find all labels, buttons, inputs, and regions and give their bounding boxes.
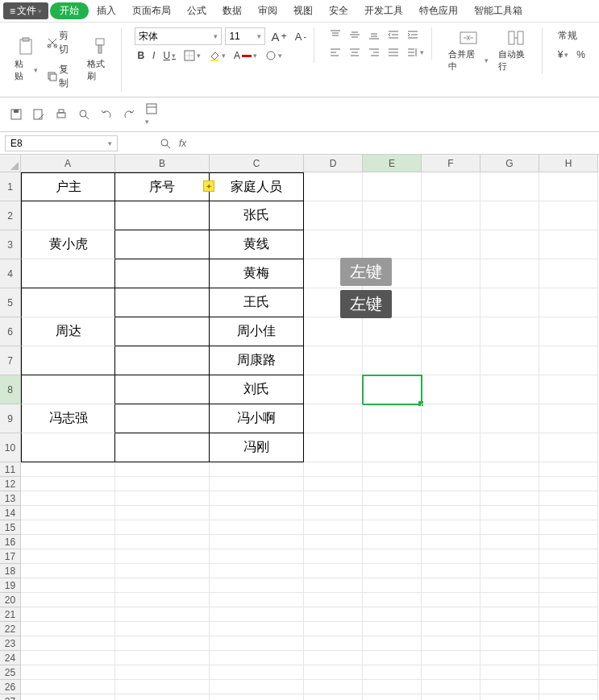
row-header-8[interactable]: 8 xyxy=(0,375,21,404)
cell-A19[interactable] xyxy=(21,578,115,593)
cell-E24[interactable] xyxy=(363,651,422,665)
cell-G8[interactable] xyxy=(480,375,539,404)
justify-button[interactable] xyxy=(385,45,401,60)
row-header-5[interactable]: 5 xyxy=(0,288,21,317)
cell-C13[interactable] xyxy=(210,491,304,506)
cell-D15[interactable] xyxy=(304,520,363,535)
cell-G18[interactable] xyxy=(480,564,539,578)
decrease-font-button[interactable]: A- xyxy=(293,29,309,44)
cell-H4[interactable] xyxy=(539,259,598,288)
cell-D20[interactable] xyxy=(304,593,363,607)
cell-A21[interactable] xyxy=(21,607,115,622)
row-header-14[interactable]: 14 xyxy=(0,506,21,520)
cell-A6[interactable]: 周达 xyxy=(21,317,115,346)
row-header-10[interactable]: 10 xyxy=(0,433,21,462)
cell-E8[interactable] xyxy=(363,375,422,404)
cell-E17[interactable] xyxy=(363,549,422,564)
cell-G2[interactable] xyxy=(480,201,539,230)
cell-F25[interactable] xyxy=(422,665,480,680)
cell-F14[interactable] xyxy=(422,506,480,520)
cell-C10[interactable]: 冯刚 xyxy=(210,433,304,462)
cell-A5[interactable] xyxy=(21,288,115,317)
cell-B27[interactable] xyxy=(115,694,210,700)
cell-E7[interactable] xyxy=(363,346,422,375)
cell-B13[interactable] xyxy=(115,491,210,506)
cell-E25[interactable] xyxy=(363,665,422,680)
file-menu[interactable]: ≡ 文件 ▾ xyxy=(3,2,48,19)
cell-G13[interactable] xyxy=(480,491,539,506)
cell-C3[interactable]: 黄线 xyxy=(210,230,304,259)
cell-F15[interactable] xyxy=(422,520,480,535)
cell-B2[interactable] xyxy=(115,201,210,230)
percent-button[interactable]: % xyxy=(574,48,588,62)
row-header-4[interactable]: 4 xyxy=(0,259,21,288)
cell-B15[interactable] xyxy=(115,520,210,535)
cell-A8[interactable] xyxy=(21,375,115,404)
tab-10[interactable]: 智能工具箱 xyxy=(466,2,530,19)
cell-E1[interactable] xyxy=(363,172,422,201)
underline-button[interactable]: U▾ xyxy=(160,48,178,63)
cell-D6[interactable] xyxy=(304,317,363,346)
cell-B20[interactable] xyxy=(115,593,210,607)
save-button[interactable] xyxy=(10,108,23,121)
cell-C12[interactable] xyxy=(210,477,304,491)
cell-D18[interactable] xyxy=(304,564,363,578)
cell-A25[interactable] xyxy=(21,665,115,680)
cell-G7[interactable] xyxy=(480,346,539,375)
col-header-H[interactable]: H xyxy=(539,155,598,172)
paste-button[interactable]: 粘贴▾ xyxy=(11,35,41,84)
cell-B24[interactable] xyxy=(115,651,210,665)
cell-H20[interactable] xyxy=(539,593,598,607)
row-header-15[interactable]: 15 xyxy=(0,520,21,535)
cell-B21[interactable] xyxy=(115,607,210,622)
col-header-A[interactable]: A xyxy=(21,155,115,172)
row-header-7[interactable]: 7 xyxy=(0,346,21,375)
cell-B5[interactable] xyxy=(115,288,210,317)
cell-A22[interactable] xyxy=(21,622,115,636)
cell-D14[interactable] xyxy=(304,506,363,520)
cell-C2[interactable]: 张氏 xyxy=(210,201,304,230)
tab-1[interactable]: 插入 xyxy=(89,2,124,19)
row-header-27[interactable]: 27 xyxy=(0,694,21,700)
cell-H18[interactable] xyxy=(539,564,598,578)
cell-C20[interactable] xyxy=(210,593,304,607)
cell-F7[interactable] xyxy=(422,346,480,375)
row-header-17[interactable]: 17 xyxy=(0,549,21,564)
cell-D23[interactable] xyxy=(304,636,363,651)
cell-H1[interactable] xyxy=(539,172,598,201)
tab-3[interactable]: 公式 xyxy=(179,2,214,19)
cell-B6[interactable] xyxy=(115,317,210,346)
cell-F1[interactable] xyxy=(422,172,480,201)
cell-B7[interactable] xyxy=(115,346,210,375)
cell-G15[interactable] xyxy=(480,520,539,535)
quick-layout-button[interactable]: ▾ xyxy=(145,102,158,126)
cell-C8[interactable]: 刘氏 xyxy=(210,375,304,404)
cell-G4[interactable] xyxy=(480,259,539,288)
name-box[interactable]: E8 ▾ xyxy=(5,135,118,151)
cell-G10[interactable] xyxy=(480,433,539,462)
currency-button[interactable]: ¥▾ xyxy=(555,48,572,62)
cell-C19[interactable] xyxy=(210,578,304,593)
cell-E12[interactable] xyxy=(363,477,422,491)
cell-F10[interactable] xyxy=(422,433,480,462)
orientation-button[interactable]: ▾ xyxy=(405,45,426,60)
indent-left-button[interactable] xyxy=(385,27,401,42)
cell-A3[interactable]: 黄小虎 xyxy=(21,230,115,259)
cell-H21[interactable] xyxy=(539,607,598,622)
cell-G11[interactable] xyxy=(480,462,539,477)
cell-G5[interactable] xyxy=(480,288,539,317)
cell-B3[interactable] xyxy=(115,230,210,259)
font-size-select[interactable]: 11▾ xyxy=(225,27,265,45)
cell-H13[interactable] xyxy=(539,491,598,506)
number-format-select[interactable]: 常规 xyxy=(555,27,580,44)
col-header-G[interactable]: G xyxy=(480,155,539,172)
cell-F9[interactable] xyxy=(422,404,480,433)
cell-H17[interactable] xyxy=(539,549,598,564)
cell-C22[interactable] xyxy=(210,622,304,636)
cell-E3[interactable] xyxy=(363,230,422,259)
cell-D13[interactable] xyxy=(304,491,363,506)
align-middle-button[interactable] xyxy=(347,27,363,42)
cell-H16[interactable] xyxy=(539,535,598,549)
cell-E16[interactable] xyxy=(363,535,422,549)
cell-D27[interactable] xyxy=(304,694,363,700)
